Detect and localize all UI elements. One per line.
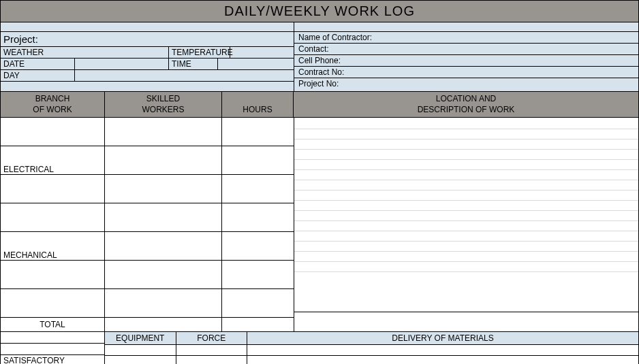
temperature-label: TEMPERATURE: [169, 47, 230, 58]
spacer: [1, 22, 294, 32]
table-row: [1, 118, 294, 146]
contractno-label: Contract No:: [294, 67, 638, 78]
hours-cell[interactable]: [222, 289, 294, 317]
description-line[interactable]: [294, 150, 638, 160]
skilled-cell[interactable]: [105, 261, 222, 288]
skilled-header-l1: SKILLED: [146, 94, 180, 103]
branch-header: BRANCH OF WORK: [1, 92, 105, 117]
description-area[interactable]: [294, 118, 638, 331]
equipment-header: EQUIPMENT: [105, 332, 176, 344]
equip-force-row: [105, 345, 247, 356]
description-line[interactable]: [294, 180, 638, 191]
branch-cell[interactable]: [1, 261, 105, 288]
date-value[interactable]: [75, 59, 169, 69]
skilled-cell[interactable]: [105, 232, 222, 260]
header-right: Name of Contractor: Contact: Cell Phone:…: [294, 22, 638, 91]
day-row: DAY: [1, 70, 294, 82]
table-row: ELECTRICAL: [1, 146, 294, 175]
hours-cell[interactable]: [222, 146, 294, 174]
hours-cell[interactable]: [222, 203, 294, 231]
description-blank[interactable]: [294, 284, 638, 312]
force-header: FORCE: [176, 332, 247, 344]
mid-body: ELECTRICAL MECHANICAL: [1, 118, 638, 331]
description-line[interactable]: [294, 129, 638, 139]
spacer: [1, 82, 294, 91]
time-value[interactable]: [218, 59, 294, 69]
total-row: TOTAL: [1, 318, 294, 331]
blank-row: [1, 344, 104, 355]
total-skilled[interactable]: [105, 318, 222, 331]
header-section: Project: WEATHER TEMPERATURE DATE TIME D…: [1, 22, 638, 91]
day-value[interactable]: [75, 70, 294, 81]
location-header-l1: LOCATION AND: [436, 94, 496, 103]
spacer: [294, 22, 638, 32]
description-line[interactable]: [294, 242, 638, 252]
table-row: MECHANICAL: [1, 232, 294, 261]
project-label: Project:: [1, 32, 294, 47]
hours-cell[interactable]: [222, 175, 294, 203]
description-line[interactable]: [294, 191, 638, 201]
force-cell[interactable]: [176, 345, 247, 355]
description-line[interactable]: [294, 160, 638, 170]
description-line[interactable]: [294, 252, 638, 262]
total-label: TOTAL: [1, 318, 105, 331]
equipment-cell[interactable]: [105, 356, 176, 364]
table-row: [1, 203, 294, 232]
delivery-row[interactable]: [247, 356, 638, 364]
hours-cell[interactable]: [222, 232, 294, 260]
header-left: Project: WEATHER TEMPERATURE DATE TIME D…: [1, 22, 294, 91]
date-time-row: DATE TIME: [1, 59, 294, 70]
time-label: TIME: [169, 59, 218, 69]
hours-cell[interactable]: [222, 118, 294, 146]
skilled-cell[interactable]: [105, 175, 222, 203]
date-label: DATE: [1, 59, 75, 69]
description-line[interactable]: [294, 119, 638, 129]
total-hours[interactable]: [222, 318, 294, 331]
columns-header: BRANCH OF WORK SKILLED WORKERS HOURS LOC…: [1, 91, 638, 118]
description-line[interactable]: [294, 170, 638, 180]
bottom-left: SATISFACTORY UNSATISFACTORY: [1, 332, 105, 364]
equip-force-row: [105, 356, 247, 364]
location-header: LOCATION AND DESCRIPTION OF WORK: [294, 92, 638, 117]
branch-cell[interactable]: [1, 118, 105, 146]
skilled-header-l2: WORKERS: [142, 105, 184, 114]
hours-cell[interactable]: [222, 261, 294, 288]
table-row: [1, 261, 294, 289]
description-line[interactable]: [294, 201, 638, 211]
description-line[interactable]: [294, 221, 638, 231]
description-line[interactable]: [294, 272, 638, 282]
bottom-section: SATISFACTORY UNSATISFACTORY EQUIPMENT FO…: [1, 331, 638, 364]
description-lines: [294, 118, 638, 284]
skilled-cell[interactable]: [105, 146, 222, 174]
description-line[interactable]: [294, 262, 638, 272]
location-header-l2: DESCRIPTION OF WORK: [418, 105, 515, 114]
branch-cell[interactable]: [1, 203, 105, 231]
contact-label: Contact:: [294, 44, 638, 55]
day-label: DAY: [1, 70, 75, 81]
equip-force-header: EQUIPMENT FORCE: [105, 332, 247, 345]
weather-label: WEATHER: [1, 47, 169, 58]
delivery-header: DELIVERY OF MATERIALS: [247, 332, 638, 345]
table-row: [1, 175, 294, 203]
description-line[interactable]: [294, 139, 638, 150]
branch-cell[interactable]: MECHANICAL: [1, 232, 105, 260]
table-row: [1, 289, 294, 318]
temperature-value[interactable]: [230, 47, 294, 58]
branch-cell[interactable]: [1, 175, 105, 203]
form-title: DAILY/WEEKLY WORK LOG: [1, 1, 638, 22]
branch-cell[interactable]: ELECTRICAL: [1, 146, 105, 174]
equipment-cell[interactable]: [105, 345, 176, 355]
skilled-cell[interactable]: [105, 203, 222, 231]
branch-cell[interactable]: [1, 289, 105, 317]
cellphone-label: Cell Phone:: [294, 55, 638, 67]
delivery-row[interactable]: [247, 345, 638, 356]
satisfactory-label: SATISFACTORY: [1, 355, 104, 364]
skilled-cell[interactable]: [105, 289, 222, 317]
projectno-label: Project No:: [294, 78, 638, 89]
work-table: ELECTRICAL MECHANICAL: [1, 118, 294, 331]
skilled-cell[interactable]: [105, 118, 222, 146]
force-cell[interactable]: [176, 356, 247, 364]
bottom-mid: EQUIPMENT FORCE: [105, 332, 247, 364]
description-line[interactable]: [294, 231, 638, 242]
description-line[interactable]: [294, 211, 638, 221]
